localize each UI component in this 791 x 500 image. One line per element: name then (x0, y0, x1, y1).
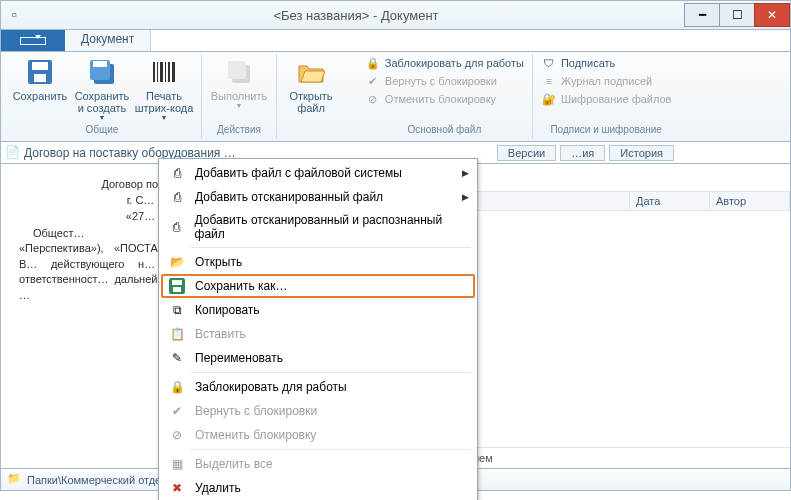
label: Вернуть с блокировки (195, 404, 317, 418)
svg-rect-6 (153, 62, 155, 82)
delete-icon: ✖ (167, 480, 187, 496)
svg-rect-2 (34, 74, 46, 82)
open-icon: 📂 (167, 254, 187, 270)
window-title: <Без названия> - Документ (27, 8, 685, 23)
svg-rect-18 (173, 287, 181, 292)
label: Подписать (561, 57, 615, 69)
top-tabs: Документ (0, 30, 791, 52)
execute-button: Выполнить ▼ (208, 54, 270, 111)
execute-icon (223, 56, 255, 88)
check-icon: ✔ (365, 73, 381, 89)
tab-history[interactable]: История (609, 145, 674, 161)
ctx-copy[interactable]: ⧉Копировать (161, 298, 475, 322)
label: Выделить все (195, 457, 273, 471)
label: Выполнить (211, 90, 267, 102)
label: Добавить отсканированный и распознанный … (195, 213, 469, 241)
svg-rect-5 (93, 61, 107, 67)
minimize-button[interactable]: ━ (684, 3, 720, 27)
separator (191, 372, 471, 373)
ribbon-group-sign: 🛡Подписать ≡Журнал подписей 🔐Шифрование … (537, 54, 680, 139)
tab-versions[interactable]: Версии (497, 145, 556, 161)
open-file-button[interactable]: Открыть файл (283, 54, 339, 116)
cancel-lock-button: ⊘Отменить блокировку (363, 90, 526, 108)
tab-document[interactable]: Документ (65, 30, 151, 51)
label: Открыть файл (283, 90, 339, 114)
maximize-button[interactable]: ☐ (719, 3, 755, 27)
ctx-add-ocr[interactable]: ⎙Добавить отсканированный и распознанный… (161, 209, 475, 245)
label: Отменить блокировку (195, 428, 316, 442)
encrypt-files-button: 🔐Шифрование файлов (539, 90, 674, 108)
label: Сохранить и создать (71, 90, 133, 114)
ctx-select-all: ▦Выделить все (161, 452, 475, 476)
col-date: Дата (630, 192, 710, 210)
svg-rect-13 (228, 61, 246, 79)
separator (191, 449, 471, 450)
label: Отменить блокировку (385, 93, 496, 105)
svg-rect-17 (172, 280, 182, 285)
label: Переименовать (195, 351, 283, 365)
app-icon: ▫ (1, 6, 27, 24)
label: Сохранить (13, 90, 68, 102)
context-menu: ⎙Добавить файл с файловой системы▶ ⎙Доба… (158, 158, 478, 500)
journal-icon: ≡ (541, 73, 557, 89)
label: Удалить (195, 481, 241, 495)
label: Печать штрих-кода (133, 90, 195, 114)
submenu-arrow-icon: ▶ (462, 168, 469, 178)
sign-icon: 🛡 (541, 55, 557, 71)
ribbon-group-obschie: Сохранить Сохранить и создать ▼ Печать ш… (7, 54, 202, 139)
folder-icon: 📁 (7, 472, 23, 488)
ctx-cancel-lock: ⊘Отменить блокировку (161, 423, 475, 447)
ribbon-group-main-file: Открыть файл Основной файл 🔒Заблокироват… (281, 54, 533, 139)
svg-rect-8 (160, 62, 163, 82)
add-scan-icon: ⎙ (167, 189, 187, 205)
label: Шифрование файлов (561, 93, 672, 105)
paste-icon: 📋 (167, 326, 187, 342)
group-caption: Действия (208, 124, 270, 137)
save-and-create-button[interactable]: Сохранить и создать ▼ (71, 54, 133, 123)
cancel-icon: ⊘ (365, 91, 381, 107)
ctx-delete[interactable]: ✖Удалить (161, 476, 475, 500)
ctx-add-scan[interactable]: ⎙Добавить отсканированный файл▶ (161, 185, 475, 209)
chevron-down-icon: ▼ (99, 114, 106, 121)
titlebar: ▫ <Без названия> - Документ ━ ☐ ✕ (0, 0, 791, 30)
submenu-arrow-icon: ▶ (462, 192, 469, 202)
ctx-open[interactable]: 📂Открыть (161, 250, 475, 274)
lock-for-work-button[interactable]: 🔒Заблокировать для работы (363, 54, 526, 72)
app-menu-button[interactable] (1, 30, 65, 51)
svg-rect-9 (165, 62, 166, 82)
svg-rect-10 (168, 62, 170, 82)
copy-icon: ⧉ (167, 302, 187, 318)
col-author: Автор (710, 192, 790, 210)
label: Журнал подписей (561, 75, 652, 87)
tab-unknown[interactable]: …ия (560, 145, 605, 161)
save-icon (167, 278, 187, 294)
svg-rect-11 (172, 62, 175, 82)
folder-open-icon (295, 56, 327, 88)
label: Вернуть с блокировки (385, 75, 497, 87)
add-file-icon: ⎙ (167, 165, 187, 181)
label: Вставить (195, 327, 246, 341)
ctx-return-lock: ✔Вернуть с блокировки (161, 399, 475, 423)
svg-rect-7 (157, 62, 158, 82)
ribbon-group-actions: Выполнить ▼ Действия (206, 54, 277, 139)
sign-journal-button: ≡Журнал подписей (539, 72, 674, 90)
close-button[interactable]: ✕ (754, 3, 790, 27)
doc-icon: 📄 (5, 145, 21, 161)
save-button[interactable]: Сохранить (9, 54, 71, 104)
sign-button[interactable]: 🛡Подписать (539, 54, 674, 72)
ctx-rename[interactable]: ✎Переименовать (161, 346, 475, 370)
chevron-down-icon: ▼ (236, 102, 243, 109)
group-caption: Общие (9, 124, 195, 137)
separator (191, 247, 471, 248)
ctx-save-as[interactable]: Сохранить как… (161, 274, 475, 298)
encrypt-icon: 🔐 (541, 91, 557, 107)
lock-icon: 🔒 (365, 55, 381, 71)
chevron-down-icon: ▼ (161, 114, 168, 121)
print-barcode-button[interactable]: Печать штрих-кода ▼ (133, 54, 195, 123)
lock-icon: 🔒 (167, 379, 187, 395)
group-caption: Основной файл (363, 124, 526, 137)
group-caption: Подписи и шифрование (539, 124, 674, 137)
cancel-icon: ⊘ (167, 427, 187, 443)
ctx-lock[interactable]: 🔒Заблокировать для работы (161, 375, 475, 399)
ctx-add-file[interactable]: ⎙Добавить файл с файловой системы▶ (161, 161, 475, 185)
